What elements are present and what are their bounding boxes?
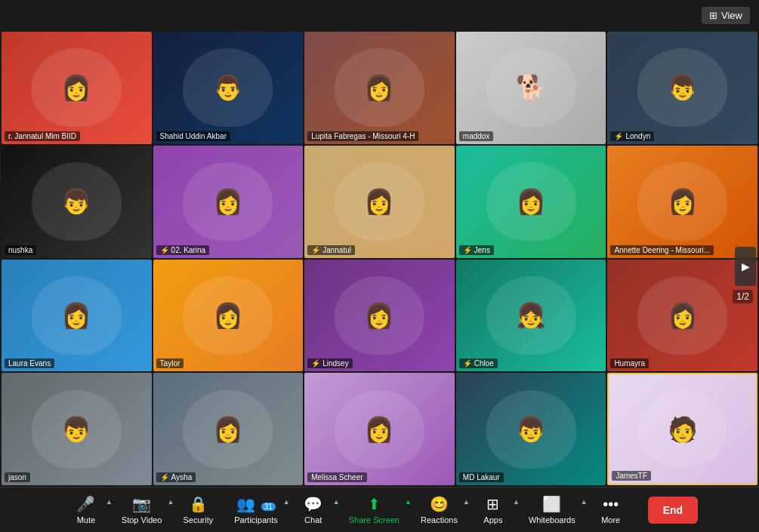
- participant-video-2: 👨: [153, 32, 304, 144]
- apps-label: Apps: [483, 515, 502, 524]
- name-tag-9: ⚡Jens: [459, 245, 494, 255]
- stop-video-group: 📷 Stop Video ▲: [111, 492, 173, 527]
- name-tag-12: Taylor: [156, 358, 184, 368]
- mic-off-icon-8: ⚡: [311, 246, 320, 254]
- video-cell-6: 👦nushka: [2, 146, 152, 258]
- chat-group: 💬 Chat ▲: [288, 492, 338, 527]
- name-tag-17: ⚡Aysha: [156, 472, 196, 482]
- whiteboards-button[interactable]: ⬜ Whiteboards: [523, 492, 582, 527]
- participant-name-1: r. Jannatul Mim BIID: [8, 132, 76, 140]
- name-tag-20: JamesTF: [612, 471, 651, 481]
- more-icon: •••: [603, 496, 619, 513]
- apps-icon: ⊞: [486, 495, 499, 513]
- name-tag-2: Shahid Uddin Akbar: [156, 131, 230, 141]
- video-grid: 👩r. Jannatul Mim BIID👨Shahid Uddin Akbar…: [0, 30, 759, 487]
- name-tag-1: r. Jannatul Mim BIID: [5, 131, 80, 141]
- camera-icon: 📷: [132, 495, 151, 513]
- apps-button[interactable]: ⊞ Apps: [473, 492, 514, 527]
- participant-name-8: Jannatul: [322, 246, 351, 254]
- video-cell-5: 👦⚡Londyn: [607, 32, 757, 144]
- share-screen-button[interactable]: ⬆ Share Screen: [343, 492, 406, 527]
- stop-video-button[interactable]: 📷 Stop Video: [116, 492, 168, 527]
- chat-button[interactable]: 💬 Chat: [293, 492, 334, 527]
- participant-count: 31: [261, 503, 276, 511]
- mute-label: Mute: [77, 515, 95, 524]
- more-label: More: [601, 515, 620, 524]
- video-cell-14: 👧⚡Chloe: [456, 260, 606, 372]
- reactions-group: 😊 Reactions ▲: [410, 492, 468, 527]
- security-icon: 🔒: [189, 495, 208, 513]
- name-tag-13: ⚡Lindsey: [307, 358, 352, 368]
- whiteboards-label: Whiteboards: [529, 515, 575, 524]
- video-cell-12: 👩Taylor: [153, 260, 304, 372]
- participant-name-18: Melissa Scheer: [311, 473, 363, 481]
- participant-video-12: 👩: [153, 260, 304, 372]
- video-cell-10: 👩Annette Deering - Missouri...: [607, 146, 757, 258]
- next-page-arrow[interactable]: ▶: [735, 247, 756, 286]
- reactions-icon: 😊: [430, 495, 449, 513]
- participant-name-16: jason: [8, 473, 26, 481]
- reactions-button[interactable]: 😊 Reactions: [415, 492, 464, 527]
- participant-name-14: Chloe: [474, 359, 494, 367]
- mute-button[interactable]: 🎤 Mute: [66, 492, 106, 527]
- video-cell-4: 🐕maddox: [456, 32, 606, 144]
- view-label: View: [721, 10, 742, 21]
- apps-group: ⊞ Apps ▲: [468, 492, 518, 527]
- participant-name-12: Taylor: [160, 359, 180, 367]
- mute-icon: 🎤: [76, 495, 95, 513]
- participant-video-13: 👩: [304, 260, 455, 372]
- participant-name-4: maddox: [463, 132, 490, 140]
- more-group: ••• More: [586, 493, 636, 527]
- video-cell-1: 👩r. Jannatul Mim BIID: [2, 32, 152, 144]
- video-cell-7: 👩⚡02. Karina: [153, 146, 304, 258]
- participant-name-10: Annette Deering - Missouri...: [614, 246, 710, 254]
- mic-off-icon-5: ⚡: [614, 132, 623, 140]
- participant-name-2: Shahid Uddin Akbar: [160, 132, 227, 140]
- toolbar: 🎤 Mute ▲ 📷 Stop Video ▲ 🔒 Security 👥 31 …: [0, 487, 759, 532]
- participant-video-14: 👧: [456, 260, 606, 372]
- chat-label: Chat: [304, 515, 322, 524]
- security-button[interactable]: 🔒 Security: [177, 492, 219, 527]
- mic-off-icon-9: ⚡: [463, 246, 472, 254]
- participant-name-11: Laura Evans: [8, 359, 51, 367]
- video-cell-20: 🧑JamesTF: [607, 373, 757, 485]
- video-cell-17: 👩⚡Aysha: [153, 373, 304, 485]
- participant-name-7: 02. Karina: [171, 246, 206, 254]
- name-tag-6: nushka: [5, 245, 36, 255]
- participant-video-1: 👩: [2, 32, 152, 144]
- chat-icon: 💬: [304, 495, 322, 513]
- participant-video-5: 👦: [607, 32, 757, 144]
- participant-video-3: 👩: [304, 32, 455, 144]
- participant-video-9: 👩: [456, 146, 606, 258]
- participant-name-19: MD Lakaur: [463, 473, 500, 481]
- participants-button[interactable]: 👥 31 Participants: [228, 492, 283, 527]
- name-tag-10: Annette Deering - Missouri...: [610, 245, 714, 255]
- video-cell-13: 👩⚡Lindsey: [304, 260, 455, 372]
- security-label: Security: [183, 515, 213, 524]
- video-cell-19: 👦MD Lakaur: [456, 373, 606, 485]
- participant-video-4: 🐕: [456, 32, 606, 144]
- participants-group: 👥 31 Participants ▲: [224, 492, 288, 527]
- grid-icon: ⊞: [709, 10, 717, 21]
- name-tag-5: ⚡Londyn: [610, 131, 654, 141]
- video-cell-3: 👩Lupita Fabregas - Missouri 4-H: [304, 32, 455, 144]
- name-tag-16: jason: [5, 472, 30, 482]
- mic-off-icon-17: ⚡: [160, 473, 169, 481]
- participant-video-8: 👩: [304, 146, 455, 258]
- mic-off-icon-13: ⚡: [311, 359, 320, 367]
- share-screen-icon: ⬆: [368, 495, 381, 513]
- participant-video-17: 👩: [153, 373, 304, 485]
- view-button[interactable]: ⊞ View: [702, 7, 750, 24]
- name-tag-7: ⚡02. Karina: [156, 245, 210, 255]
- page-indicator: 1/2: [733, 290, 753, 303]
- video-cell-8: 👩⚡Jannatul: [304, 146, 455, 258]
- video-cell-11: 👩Laura Evans: [2, 260, 152, 372]
- top-bar: ⊞ View: [0, 0, 759, 30]
- whiteboards-group: ⬜ Whiteboards ▲: [518, 492, 586, 527]
- participant-name-9: Jens: [474, 246, 490, 254]
- end-button[interactable]: End: [648, 497, 698, 524]
- more-button[interactable]: ••• More: [591, 493, 631, 527]
- mic-off-icon-14: ⚡: [463, 359, 472, 367]
- participants-label: Participants: [234, 515, 277, 524]
- participant-video-18: 👩: [304, 373, 455, 485]
